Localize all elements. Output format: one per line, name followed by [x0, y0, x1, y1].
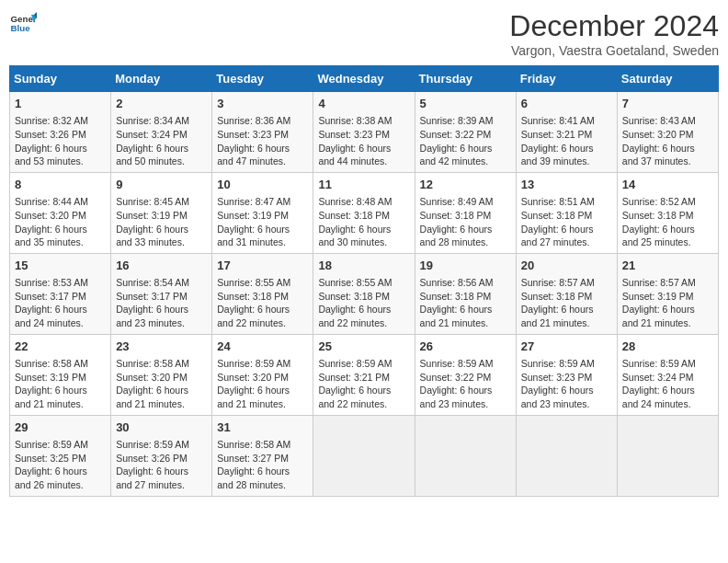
calendar-cell: 5Sunrise: 8:39 AMSunset: 3:22 PMDaylight… [415, 92, 516, 173]
day-number: 6 [521, 96, 612, 112]
calendar-cell: 8Sunrise: 8:44 AMSunset: 3:20 PMDaylight… [10, 172, 111, 253]
calendar-cell: 12Sunrise: 8:49 AMSunset: 3:18 PMDayligh… [415, 172, 516, 253]
weekday-header-monday: Monday [111, 66, 212, 92]
calendar-cell: 6Sunrise: 8:41 AMSunset: 3:21 PMDaylight… [516, 92, 617, 173]
logo-icon: General Blue [9, 9, 37, 37]
weekday-header-thursday: Thursday [415, 66, 516, 92]
day-info: Sunrise: 8:49 AMSunset: 3:18 PMDaylight:… [420, 196, 494, 247]
calendar-cell: 17Sunrise: 8:55 AMSunset: 3:18 PMDayligh… [212, 253, 313, 334]
day-number: 20 [521, 258, 612, 274]
day-number: 13 [521, 177, 612, 193]
day-info: Sunrise: 8:59 AMSunset: 3:24 PMDaylight:… [622, 358, 696, 409]
day-number: 3 [217, 96, 308, 112]
day-number: 12 [420, 177, 511, 193]
day-info: Sunrise: 8:59 AMSunset: 3:22 PMDaylight:… [420, 358, 494, 409]
day-number: 27 [521, 339, 612, 355]
title-area: December 2024 Vargon, Vaestra Goetaland,… [509, 9, 719, 58]
day-info: Sunrise: 8:39 AMSunset: 3:22 PMDaylight:… [420, 115, 494, 167]
day-number: 10 [217, 177, 308, 193]
day-number: 30 [116, 419, 207, 436]
day-info: Sunrise: 8:59 AMSunset: 3:23 PMDaylight:… [521, 358, 595, 409]
weekday-header-sunday: Sunday [10, 66, 111, 92]
day-info: Sunrise: 8:58 AMSunset: 3:20 PMDaylight:… [116, 358, 189, 409]
day-info: Sunrise: 8:59 AMSunset: 3:26 PMDaylight:… [116, 439, 189, 490]
day-info: Sunrise: 8:43 AMSunset: 3:20 PMDaylight:… [622, 115, 696, 167]
calendar-cell: 24Sunrise: 8:59 AMSunset: 3:20 PMDayligh… [212, 334, 313, 415]
day-info: Sunrise: 8:44 AMSunset: 3:20 PMDaylight:… [15, 196, 88, 247]
header: General Blue December 2024 Vargon, Vaest… [9, 9, 719, 58]
day-number: 17 [217, 258, 308, 274]
day-info: Sunrise: 8:56 AMSunset: 3:18 PMDaylight:… [420, 277, 494, 328]
day-number: 31 [217, 419, 308, 436]
day-info: Sunrise: 8:59 AMSunset: 3:25 PMDaylight:… [15, 439, 88, 490]
day-number: 1 [15, 96, 106, 112]
day-info: Sunrise: 8:45 AMSunset: 3:19 PMDaylight:… [116, 196, 189, 247]
calendar-week-5: 29Sunrise: 8:59 AMSunset: 3:25 PMDayligh… [10, 415, 719, 496]
weekday-header-tuesday: Tuesday [212, 66, 313, 92]
day-number: 4 [318, 96, 409, 112]
logo: General Blue [9, 9, 37, 37]
weekday-header-row: SundayMondayTuesdayWednesdayThursdayFrid… [10, 66, 719, 92]
day-info: Sunrise: 8:32 AMSunset: 3:26 PMDaylight:… [15, 115, 88, 167]
calendar-cell: 23Sunrise: 8:58 AMSunset: 3:20 PMDayligh… [111, 334, 212, 415]
calendar-cell [516, 415, 617, 496]
calendar-cell: 18Sunrise: 8:55 AMSunset: 3:18 PMDayligh… [313, 253, 415, 334]
day-info: Sunrise: 8:54 AMSunset: 3:17 PMDaylight:… [116, 277, 189, 328]
day-number: 24 [217, 339, 308, 355]
day-number: 28 [622, 339, 713, 355]
calendar-cell: 26Sunrise: 8:59 AMSunset: 3:22 PMDayligh… [415, 334, 516, 415]
day-number: 7 [622, 96, 713, 112]
day-info: Sunrise: 8:34 AMSunset: 3:24 PMDaylight:… [116, 115, 189, 167]
calendar-cell: 21Sunrise: 8:57 AMSunset: 3:19 PMDayligh… [617, 253, 718, 334]
calendar-cell: 28Sunrise: 8:59 AMSunset: 3:24 PMDayligh… [617, 334, 718, 415]
calendar-cell [415, 415, 516, 496]
day-info: Sunrise: 8:57 AMSunset: 3:19 PMDaylight:… [622, 277, 696, 328]
weekday-header-friday: Friday [516, 66, 617, 92]
calendar-cell: 19Sunrise: 8:56 AMSunset: 3:18 PMDayligh… [415, 253, 516, 334]
day-number: 5 [420, 96, 511, 112]
day-number: 23 [116, 339, 207, 355]
day-info: Sunrise: 8:36 AMSunset: 3:23 PMDaylight:… [217, 115, 290, 167]
day-number: 15 [15, 258, 106, 274]
calendar-cell: 11Sunrise: 8:48 AMSunset: 3:18 PMDayligh… [313, 172, 415, 253]
day-number: 8 [15, 177, 106, 193]
calendar-cell: 1Sunrise: 8:32 AMSunset: 3:26 PMDaylight… [10, 92, 111, 173]
calendar-cell: 4Sunrise: 8:38 AMSunset: 3:23 PMDaylight… [313, 92, 415, 173]
calendar-table: SundayMondayTuesdayWednesdayThursdayFrid… [9, 65, 719, 497]
day-number: 26 [420, 339, 511, 355]
day-number: 29 [15, 419, 106, 436]
weekday-header-saturday: Saturday [617, 66, 718, 92]
day-info: Sunrise: 8:57 AMSunset: 3:18 PMDaylight:… [521, 277, 595, 328]
day-number: 14 [622, 177, 713, 193]
calendar-cell: 22Sunrise: 8:58 AMSunset: 3:19 PMDayligh… [10, 334, 111, 415]
calendar-cell: 3Sunrise: 8:36 AMSunset: 3:23 PMDaylight… [212, 92, 313, 173]
day-number: 16 [116, 258, 207, 274]
calendar-cell: 14Sunrise: 8:52 AMSunset: 3:18 PMDayligh… [617, 172, 718, 253]
calendar-week-2: 8Sunrise: 8:44 AMSunset: 3:20 PMDaylight… [10, 172, 719, 253]
day-info: Sunrise: 8:48 AMSunset: 3:18 PMDaylight:… [318, 196, 392, 247]
day-info: Sunrise: 8:55 AMSunset: 3:18 PMDaylight:… [217, 277, 290, 328]
day-info: Sunrise: 8:55 AMSunset: 3:18 PMDaylight:… [318, 277, 392, 328]
day-info: Sunrise: 8:47 AMSunset: 3:19 PMDaylight:… [217, 196, 290, 247]
calendar-cell: 7Sunrise: 8:43 AMSunset: 3:20 PMDaylight… [617, 92, 718, 173]
day-number: 18 [318, 258, 409, 274]
calendar-cell: 13Sunrise: 8:51 AMSunset: 3:18 PMDayligh… [516, 172, 617, 253]
calendar-cell: 25Sunrise: 8:59 AMSunset: 3:21 PMDayligh… [313, 334, 415, 415]
calendar-week-4: 22Sunrise: 8:58 AMSunset: 3:19 PMDayligh… [10, 334, 719, 415]
weekday-header-wednesday: Wednesday [313, 66, 415, 92]
calendar-cell: 31Sunrise: 8:58 AMSunset: 3:27 PMDayligh… [212, 415, 313, 496]
day-number: 11 [318, 177, 409, 193]
calendar-week-3: 15Sunrise: 8:53 AMSunset: 3:17 PMDayligh… [10, 253, 719, 334]
calendar-cell: 29Sunrise: 8:59 AMSunset: 3:25 PMDayligh… [10, 415, 111, 496]
day-info: Sunrise: 8:41 AMSunset: 3:21 PMDaylight:… [521, 115, 595, 167]
calendar-cell [617, 415, 718, 496]
calendar-cell: 2Sunrise: 8:34 AMSunset: 3:24 PMDaylight… [111, 92, 212, 173]
day-number: 25 [318, 339, 409, 355]
calendar-cell: 9Sunrise: 8:45 AMSunset: 3:19 PMDaylight… [111, 172, 212, 253]
calendar-week-1: 1Sunrise: 8:32 AMSunset: 3:26 PMDaylight… [10, 92, 719, 173]
day-info: Sunrise: 8:58 AMSunset: 3:27 PMDaylight:… [217, 439, 290, 490]
day-number: 2 [116, 96, 207, 112]
day-number: 19 [420, 258, 511, 274]
calendar-cell: 16Sunrise: 8:54 AMSunset: 3:17 PMDayligh… [111, 253, 212, 334]
calendar-cell: 15Sunrise: 8:53 AMSunset: 3:17 PMDayligh… [10, 253, 111, 334]
